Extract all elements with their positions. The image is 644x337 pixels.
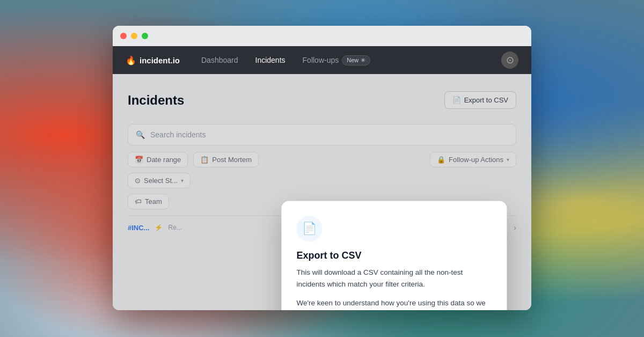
user-avatar[interactable]: ⊙ [501,52,518,69]
avatar-icon: ⊙ [506,54,514,66]
browser-window: 🔥 incident.io Dashboard Incidents Follow… [113,26,531,310]
export-modal: 📄 Export to CSV This will download a CSV… [281,201,507,310]
modal-title: Export to CSV [296,250,492,261]
flame-icon: 🔥 [126,55,136,65]
main-content: Incidents 📄 Export to CSV 🔍 Search incid… [113,74,531,310]
dot-green[interactable] [142,33,148,39]
navbar: 🔥 incident.io Dashboard Incidents Follow… [113,46,531,74]
nav-incidents[interactable]: Incidents [255,54,286,67]
new-badge-label: New [347,57,358,63]
sparkle-icon: ✳ [361,57,365,64]
logo-text: incident.io [140,56,180,65]
csv-modal-icon: 📄 [302,222,317,236]
modal-body-2-prefix: We're keen to understand how you're usin… [296,299,485,310]
modal-body-1: This will download a CSV containing all … [296,267,492,290]
dot-yellow[interactable] [131,33,137,39]
new-badge: New ✳ [342,55,370,65]
titlebar [113,26,531,46]
modal-icon: 📄 [296,216,322,241]
nav-followups-label: Follow-ups [303,56,339,64]
modal-body-2: We're keen to understand how you're usin… [296,298,492,310]
nav-dashboard[interactable]: Dashboard [201,54,238,67]
nav-followups[interactable]: Follow-ups New ✳ [303,55,371,65]
dot-red[interactable] [120,33,127,39]
nav-logo[interactable]: 🔥 incident.io [126,55,180,65]
